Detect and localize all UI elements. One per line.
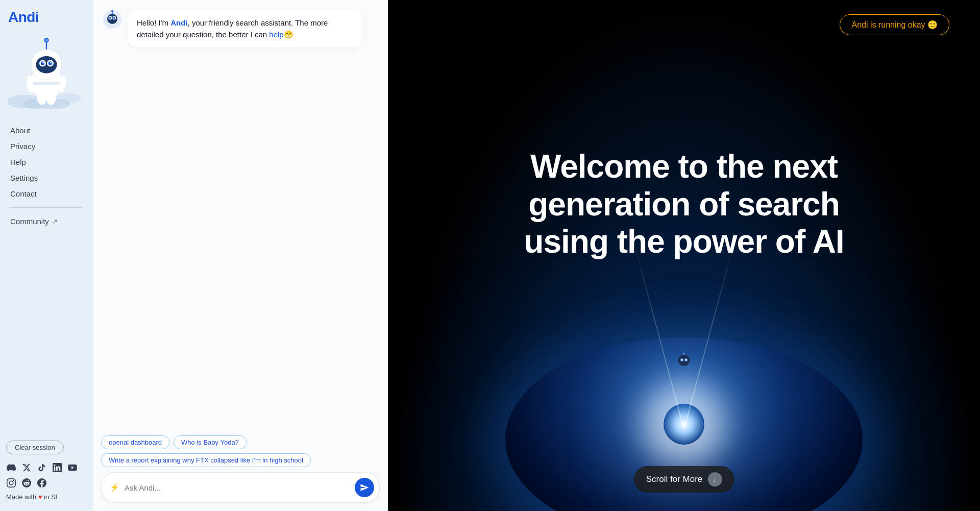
hero-line1: Welcome to the next (530, 148, 838, 185)
chat-input-row: ⚡ (101, 472, 380, 503)
sidebar-item-community[interactable]: Community ↗ (4, 214, 89, 229)
hero-title: Welcome to the next generation of search… (524, 148, 844, 261)
sidebar-item-about[interactable]: About (4, 123, 89, 138)
external-link-icon: ↗ (52, 217, 58, 225)
sidebar-item-help[interactable]: Help (4, 155, 89, 169)
sidebar: Andi (0, 0, 93, 511)
tiktok-icon[interactable] (37, 463, 47, 473)
sidebar-item-settings[interactable]: Settings (4, 171, 89, 185)
svg-point-32 (681, 359, 683, 361)
scroll-label: Scroll for More (646, 474, 703, 484)
svg-point-25 (109, 17, 111, 19)
svg-point-28 (111, 10, 113, 12)
chat-messages: Hello! I'm Andi, your friendly search as… (93, 0, 388, 429)
svg-point-26 (113, 17, 115, 19)
bot-greeting-bubble: Hello! I'm Andi, your friendly search as… (128, 10, 362, 47)
svg-point-15 (45, 39, 48, 42)
heart-icon: ♥ (38, 493, 42, 501)
facebook-icon[interactable] (37, 478, 47, 488)
suggestion-chip-1[interactable]: openai dashboard (101, 435, 169, 449)
lightning-icon: ⚡ (110, 483, 119, 492)
sidebar-bottom: Clear session (0, 441, 93, 501)
suggestion-chips: openai dashboard Who is Baby Yoda? Write… (101, 435, 380, 467)
community-label: Community (10, 217, 49, 226)
twitter-icon[interactable] (21, 463, 32, 473)
help-link[interactable]: help (269, 30, 283, 39)
instagram-icon[interactable] (6, 478, 16, 488)
hero-line3: using the power of AI (524, 223, 844, 260)
reddit-icon[interactable] (21, 478, 32, 488)
status-badge: Andi is running okay 🙂 (840, 14, 949, 35)
bot-intro-text: Hello! I'm (137, 18, 170, 27)
linkedin-icon[interactable] (52, 463, 62, 473)
nav-divider (10, 207, 83, 208)
svg-point-33 (685, 359, 687, 361)
suggestion-chip-3[interactable]: Write a report explaining why FTX collap… (101, 453, 311, 467)
scroll-arrow-icon: ↓ (707, 472, 722, 486)
sidebar-item-contact[interactable]: Contact (4, 186, 89, 201)
scroll-button[interactable]: Scroll for More ↓ (634, 466, 734, 493)
clear-session-button[interactable]: Clear session (6, 441, 64, 454)
made-with-text: Made with ♥ in SF (6, 493, 87, 501)
svg-point-12 (51, 62, 52, 63)
svg-point-11 (43, 62, 44, 63)
right-panel: Andi is running okay 🙂 Welcome to the ne… (388, 0, 980, 511)
suggestion-chip-2[interactable]: Who is Baby Yoda? (174, 435, 247, 449)
bot-message: Hello! I'm Andi, your friendly search as… (103, 10, 378, 47)
discord-icon[interactable] (6, 463, 16, 473)
svg-point-10 (48, 61, 53, 65)
sidebar-item-privacy[interactable]: Privacy (4, 139, 89, 154)
bot-name-highlight[interactable]: Andi (170, 18, 187, 27)
svg-rect-20 (33, 82, 60, 85)
youtube-icon[interactable] (67, 463, 78, 473)
chat-area: Hello! I'm Andi, your friendly search as… (93, 0, 388, 511)
bot-emoji: 😁 (284, 30, 293, 39)
hero-content: Welcome to the next generation of search… (493, 148, 874, 261)
floating-robot (677, 353, 691, 373)
light-spot (664, 404, 704, 445)
ask-input[interactable] (125, 483, 351, 492)
social-icons-group (6, 463, 87, 488)
chat-bottom: openai dashboard Who is Baby Yoda? Write… (93, 429, 388, 511)
svg-point-35 (683, 353, 685, 354)
app-logo[interactable]: Andi (0, 0, 47, 26)
status-text: Andi is running okay 🙂 (851, 20, 938, 30)
send-button[interactable] (355, 478, 374, 497)
mascot-illustration (0, 26, 93, 115)
svg-point-22 (107, 14, 117, 24)
hero-line2: generation of search (528, 186, 840, 223)
bot-avatar-small (103, 10, 121, 29)
svg-point-6 (36, 56, 57, 73)
svg-point-9 (41, 61, 45, 65)
svg-point-29 (678, 355, 690, 366)
sidebar-navigation: About Privacy Help Settings Contact Comm… (0, 115, 93, 229)
